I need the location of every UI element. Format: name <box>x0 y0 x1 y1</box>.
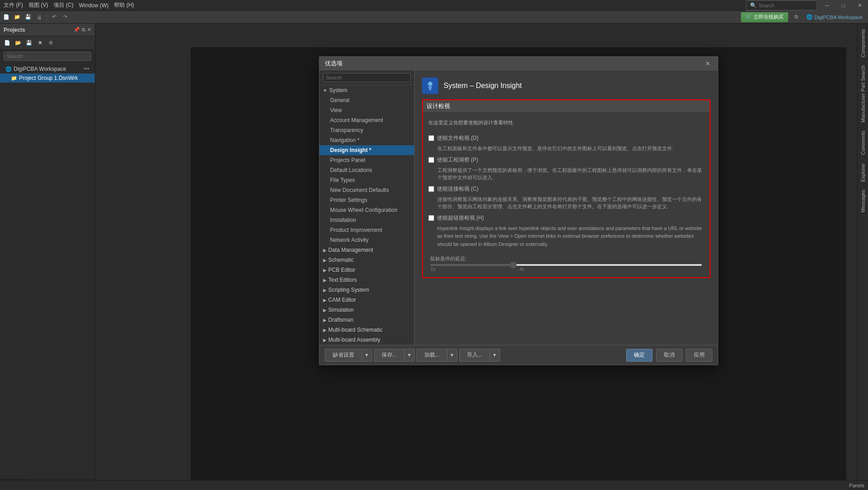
nav-item-view[interactable]: View <box>319 105 414 115</box>
nav-item-new-doc-defaults[interactable]: New Document Defaults <box>319 185 414 195</box>
nav-item-network-activity[interactable]: Network Activity <box>319 235 414 245</box>
project-item[interactable]: 📁 Project Group 1.DsnWrk <box>0 74 95 83</box>
nav-item-file-types[interactable]: File Types <box>319 175 414 185</box>
dialog-footer: 缺省设置 ▼ 保存... ▼ 加载... ▼ 导入... <box>319 345 718 365</box>
toolbar-icon-1[interactable]: 📄 <box>2 13 11 22</box>
checkbox-file-view-label[interactable]: 使能文件检视 (D) <box>437 134 479 142</box>
nav-multiboard-sch-header[interactable]: ▶ Multi-board Schematic <box>319 325 414 335</box>
workspace-tree-icon: 🌐 <box>5 66 12 72</box>
dialog-close-button[interactable]: ✕ <box>703 59 712 68</box>
nav-system-arrow: ▼ <box>323 88 328 93</box>
panel-search-input[interactable] <box>4 52 91 61</box>
nav-item-account[interactable]: Account Management <box>319 115 414 125</box>
close-button[interactable]: ✕ <box>852 0 868 12</box>
top-right-controls: 🔍 ─ □ ✕ <box>746 0 868 11</box>
default-settings-arrow[interactable]: ▼ <box>362 349 372 362</box>
nav-cam-header[interactable]: ▶ CAM Editor <box>319 295 414 305</box>
nav-item-product-improvement[interactable]: Product Improvement <box>319 225 414 235</box>
apply-button[interactable]: 应用 <box>686 349 712 362</box>
import-button[interactable]: 导入... <box>459 349 490 362</box>
nav-item-design-insight[interactable]: Design Insight * <box>319 145 414 155</box>
checkbox-hyperlink-view[interactable] <box>428 215 434 221</box>
cancel-button[interactable]: 取消 <box>656 349 682 362</box>
save-icon[interactable]: 💾 <box>25 39 34 48</box>
default-settings-button[interactable]: 缺省设置 <box>325 349 362 362</box>
nav-dm-arrow: ▶ <box>323 248 327 253</box>
global-search-input[interactable] <box>759 3 813 8</box>
hover-delay-slider[interactable] <box>430 264 702 266</box>
load-button[interactable]: 加载... <box>417 349 447 362</box>
nav-item-general[interactable]: General <box>319 95 414 105</box>
nav-item-default-locations[interactable]: Default Locations <box>319 165 414 175</box>
settings-project-icon[interactable]: ⚙ <box>46 39 55 48</box>
toolbar-icon-undo[interactable]: ↶ <box>49 13 59 22</box>
checkbox-project-insight-label[interactable]: 使能工程洞察 (P) <box>437 156 478 164</box>
right-panel-comments[interactable]: Comments <box>858 127 868 158</box>
panels-label[interactable]: Panels <box>849 483 864 488</box>
dialog-nav-search-input[interactable] <box>323 73 411 82</box>
checkbox-project-insight[interactable] <box>428 157 434 163</box>
restore-button[interactable]: □ <box>835 0 852 12</box>
nav-draftsman-header[interactable]: ▶ Draftsman <box>319 315 414 325</box>
hyperlink-desc: Hyperlink Insight displays a link over h… <box>428 224 704 252</box>
save-btn-group: 保存... ▼ <box>374 349 415 362</box>
nav-system-header[interactable]: ▼ System <box>319 85 414 95</box>
toolbar-icon-2[interactable]: 📁 <box>13 13 22 22</box>
save-button[interactable]: 保存... <box>374 349 405 362</box>
toolbar-icon-4[interactable]: 🖨 <box>34 13 44 22</box>
nav-item-navigation[interactable]: Navigation * <box>319 135 414 145</box>
nav-item-printer-settings[interactable]: Printer Settings <box>319 195 414 205</box>
nav-scripting-header[interactable]: ▶ Scripting System <box>319 285 414 295</box>
nav-schematic-header[interactable]: ▶ Schematic <box>319 255 414 265</box>
close-project-icon[interactable]: ✖ <box>35 39 44 48</box>
nav-dm-label: Data Management <box>329 247 373 253</box>
nav-data-management-header[interactable]: ▶ Data Management <box>319 245 414 255</box>
workspace-item[interactable]: 🌐 DigiPCBA Workspace ••• <box>0 64 95 74</box>
minimize-button[interactable]: ─ <box>819 0 835 12</box>
buy-button[interactable]: 🛒 立即在线购买 <box>741 12 788 22</box>
nav-item-transparency[interactable]: Transparency <box>319 125 414 135</box>
panel-pin-icon[interactable]: 📌 <box>74 27 80 33</box>
workspace-more-icon[interactable]: ••• <box>83 66 89 72</box>
svg-rect-2 <box>429 88 432 89</box>
nav-text-editors-header[interactable]: ▶ Text Editors <box>319 275 414 285</box>
nav-item-mouse-wheel[interactable]: Mouse Wheel Configuration <box>319 205 414 215</box>
right-panel-manufacturer[interactable]: Manufacturer Part Search <box>858 62 868 126</box>
ok-button[interactable]: 确定 <box>626 349 652 362</box>
right-panel-components[interactable]: Components <box>858 25 868 61</box>
right-panel-messages[interactable]: Messages <box>858 186 868 216</box>
menu-help[interactable]: 帮助 (H) <box>114 1 134 9</box>
dialog-titlebar: 优选项 ✕ <box>319 57 718 70</box>
nav-system-label: System <box>329 87 347 93</box>
menu-window[interactable]: Window (W) <box>79 2 108 9</box>
open-folder-icon[interactable]: 📂 <box>14 39 23 48</box>
panel-close-icon[interactable]: ✕ <box>87 27 91 33</box>
nav-item-installation[interactable]: Installation <box>319 215 414 225</box>
project-tree: 🌐 DigiPCBA Workspace ••• 📁 Project Group… <box>0 63 95 479</box>
checkbox-file-view[interactable] <box>428 135 434 141</box>
nav-multiboard-asm-header[interactable]: ▶ Multi-board Assembly <box>319 335 414 345</box>
toolbar-icon-3[interactable]: 💾 <box>24 13 33 22</box>
menu-file[interactable]: 文件 (F) <box>4 1 23 9</box>
nav-pcb-header[interactable]: ▶ PCB Editor <box>319 265 414 275</box>
nav-item-projects-panel[interactable]: Projects Panel <box>319 155 414 165</box>
menu-project[interactable]: 项目 (C) <box>54 1 74 9</box>
panel-float-icon[interactable]: ⧉ <box>82 27 85 33</box>
right-panel-explorer[interactable]: Explorer <box>858 160 868 186</box>
right-panels: Components Manufacturer Part Search Comm… <box>857 24 868 490</box>
save-arrow[interactable]: ▼ <box>405 349 415 362</box>
global-search-box[interactable]: 🔍 <box>746 0 817 10</box>
workspace-button[interactable]: 🌐 DigiPCBA Workspace <box>803 12 866 22</box>
checkbox-hyperlink-view-label[interactable]: 使能超链接检视 (H) <box>437 214 484 222</box>
checkbox-connection-view[interactable] <box>428 186 434 192</box>
toolbar-icon-redo[interactable]: ↷ <box>60 13 69 22</box>
load-arrow[interactable]: ▼ <box>447 349 457 362</box>
checkbox-row-2: 使能工程洞察 (P) <box>428 156 704 164</box>
new-file-icon[interactable]: 📄 <box>3 39 12 48</box>
settings-icon[interactable]: ⚙ <box>792 13 801 22</box>
import-arrow[interactable]: ▼ <box>490 349 500 362</box>
menu-view[interactable]: 视图 (V) <box>29 1 48 9</box>
nav-simulation-header[interactable]: ▶ Simulation <box>319 305 414 315</box>
checkbox-connection-view-label[interactable]: 使能连接检视 (C) <box>437 185 479 193</box>
checkbox-row-3: 使能连接检视 (C) <box>428 185 704 193</box>
